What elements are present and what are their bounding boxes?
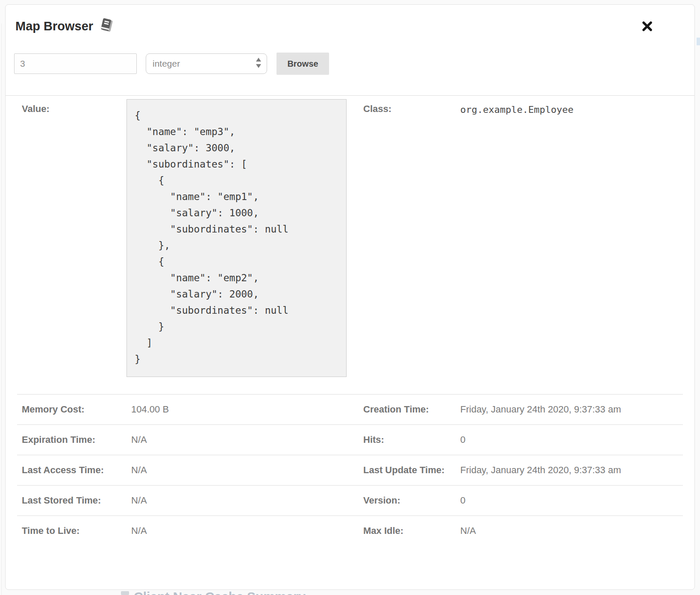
key-type-selected-value: integer	[153, 59, 180, 69]
entry-detail-section: Value: { "name": "emp3", "salary": 3000,…	[17, 99, 683, 377]
metadata-table: Memory Cost: 104.00 B Creation Time: Fri…	[17, 394, 683, 546]
select-stepper-icon	[256, 57, 262, 71]
background-heading-text: Client Near Cache Summary	[134, 590, 306, 595]
metadata-label: Version:	[347, 485, 459, 515]
metadata-value: N/A	[126, 455, 347, 485]
metadata-value: N/A	[126, 515, 347, 546]
metadata-label: Last Access Time:	[17, 455, 126, 485]
metadata-value: 0	[459, 424, 683, 455]
metadata-label: Last Update Time:	[347, 455, 459, 485]
class-value: org.example.Employee	[459, 99, 683, 377]
metadata-label: Max Idle:	[347, 515, 459, 546]
browse-button[interactable]: Browse	[276, 53, 329, 75]
background-blue-fragment	[697, 38, 700, 45]
dialog-title: Map Browser	[15, 19, 93, 33]
value-json-viewer: { "name": "emp3", "salary": 3000, "subor…	[126, 99, 347, 377]
header-divider	[6, 95, 694, 96]
value-label: Value:	[17, 99, 126, 377]
dialog-header: Map Browser	[6, 5, 694, 35]
metadata-value: Friday, January 24th 2020, 9:37:33 am	[459, 394, 683, 424]
metadata-value: N/A	[459, 515, 683, 546]
metadata-label: Time to Live:	[17, 515, 126, 546]
class-label: Class:	[347, 99, 459, 377]
map-browser-dialog: Map Browser	[5, 4, 695, 590]
background-heading-icon	[121, 591, 129, 595]
notebook-icon	[98, 18, 114, 35]
background-edge-line	[1, 24, 2, 595]
metadata-value: 0	[459, 485, 683, 515]
metadata-value: 104.00 B	[126, 394, 347, 424]
metadata-label: Expiration Time:	[17, 424, 126, 455]
metadata-value: N/A	[126, 424, 347, 455]
metadata-value: Friday, January 24th 2020, 9:37:33 am	[459, 455, 683, 485]
metadata-label: Creation Time:	[347, 394, 459, 424]
key-input[interactable]	[14, 53, 137, 74]
background-heading-fragment: Client Near Cache Summary	[121, 590, 420, 595]
metadata-label: Hits:	[347, 424, 459, 455]
close-icon[interactable]	[639, 18, 655, 35]
key-browse-form: integer Browse	[14, 53, 694, 75]
metadata-label: Last Stored Time:	[17, 485, 126, 515]
key-type-select[interactable]: integer	[146, 53, 267, 74]
metadata-value: N/A	[126, 485, 347, 515]
metadata-label: Memory Cost:	[17, 394, 126, 424]
